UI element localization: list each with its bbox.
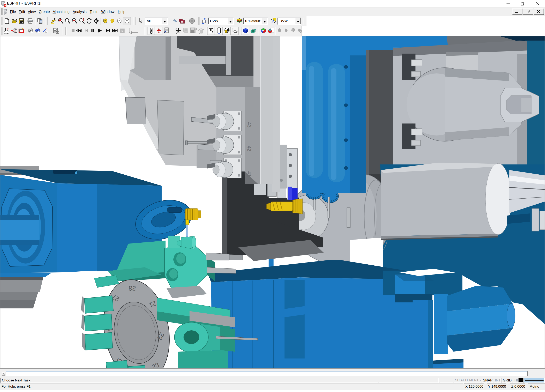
svg-text:41: 41 [247,171,252,177]
svg-text:42: 42 [247,146,252,151]
svg-text:43: 43 [247,122,252,128]
svg-text:28: 28 [128,284,136,293]
